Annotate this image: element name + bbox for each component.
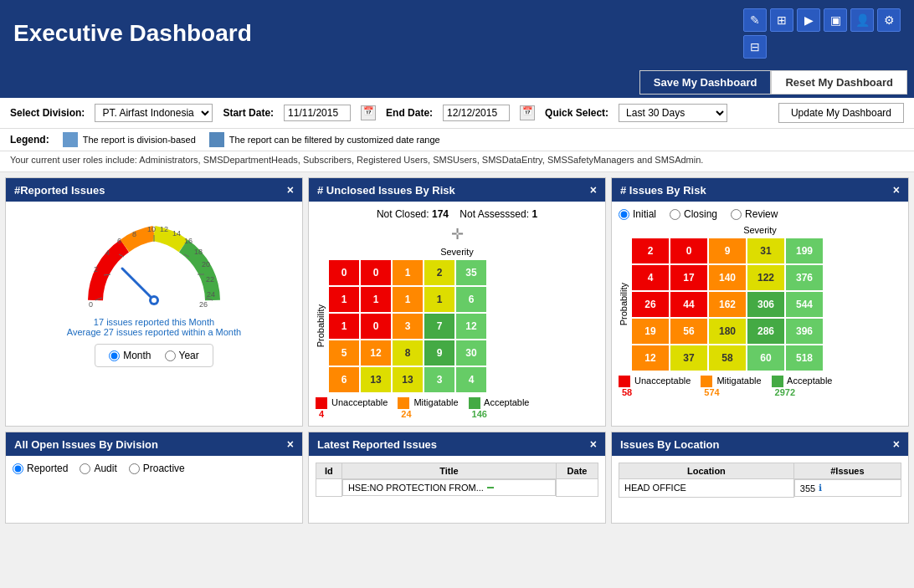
month-radio-label[interactable]: Month (109, 350, 151, 361)
start-date-icon[interactable]: 📅 (361, 105, 376, 120)
start-date-input[interactable] (284, 105, 351, 121)
matrix-cell: 180 (709, 319, 746, 344)
matrix-cell: 1 (329, 314, 359, 339)
audit-radio-label[interactable]: Audit (80, 463, 116, 474)
svg-text:26: 26 (199, 300, 208, 309)
table-row: HSE:NO PROTECTION FROM... (316, 479, 598, 497)
issues-by-risk-close[interactable]: × (893, 183, 900, 197)
matrix-cell: 13 (393, 367, 423, 392)
acceptable-legend-risk: Acceptable 2972 (772, 376, 833, 397)
matrix-cell: 4 (632, 265, 669, 290)
info-icon[interactable]: ℹ (819, 483, 822, 493)
gauge-container: 0 2 4 6 8 10 12 14 16 18 20 22 24 26 (13, 208, 295, 367)
svg-text:24: 24 (207, 290, 215, 299)
quick-select-dropdown[interactable]: Last 30 Days (619, 104, 727, 122)
latest-reported-table: Id Title Date HSE:NO PROTECTION FROM... (316, 463, 598, 497)
svg-text:2: 2 (94, 265, 98, 274)
proactive-radio[interactable] (129, 463, 140, 474)
reported-issues-header: #Reported Issues × (6, 178, 302, 202)
matrix-cell: 122 (747, 265, 784, 290)
play-icon[interactable]: ▶ (797, 8, 820, 32)
risk-legend-row: Unacceptable 58 Mitigatable 574 Acceptab… (619, 376, 901, 397)
legend-label: Legend: (10, 134, 49, 146)
list-icon[interactable]: ⊟ (743, 35, 767, 59)
year-radio[interactable] (165, 350, 176, 361)
severity-label-risk: Severity (619, 225, 901, 235)
issues-by-risk-widget: # Issues By Risk × Initial Closing Revie… (611, 177, 909, 427)
open-issues-division-title: All Open Issues By Division (14, 438, 158, 451)
gear-icon[interactable]: ⚙ (877, 8, 901, 32)
header-icons-row1: ✎ ⊞ ▶ ▣ 👤 ⚙ (743, 8, 901, 32)
latest-reported-close[interactable]: × (590, 437, 597, 451)
matrix-cell: 56 (670, 319, 707, 344)
unclosed-legend-row: Unacceptable 4 Mitigatable 24 Acceptable… (316, 397, 598, 419)
grid-icon[interactable]: ⊞ (770, 8, 793, 32)
matrix-issues: 2 0 9 31 199 4 17 140 122 376 26 44 162 … (632, 238, 823, 371)
matrix-cell: 2 (632, 238, 669, 263)
month-radio[interactable] (109, 350, 120, 361)
year-radio-label[interactable]: Year (165, 350, 199, 361)
review-radio-label[interactable]: Review (731, 208, 778, 220)
end-date-icon[interactable]: 📅 (520, 105, 535, 120)
matrix-cell: 1 (361, 287, 391, 312)
matrix-cell: 19 (632, 319, 669, 344)
reported-issues-title: #Reported Issues (14, 184, 105, 197)
matrix-cell: 60 (747, 345, 784, 371)
acceptable-color (469, 397, 480, 409)
location-table: Location #Issues HEAD OFFICE 355 ℹ (619, 463, 901, 498)
issues-by-location-close[interactable]: × (893, 437, 900, 451)
controls-bar: Select Division: PT. Airfast Indonesia S… (0, 98, 914, 129)
col-issues-count: #Issues (793, 463, 901, 479)
issues-by-location-body: Location #Issues HEAD OFFICE 355 ℹ (612, 456, 908, 504)
user-icon[interactable]: 👤 (850, 8, 874, 32)
save-dashboard-button[interactable]: Save My Dashboard (639, 70, 772, 95)
matrix-cell: 31 (747, 238, 784, 263)
division-label: Select Division: (10, 107, 85, 119)
open-issues-division-close[interactable]: × (287, 437, 294, 451)
matrix-cell: 12 (632, 345, 669, 371)
unclosed-issues-close[interactable]: × (590, 183, 597, 197)
matrix-cell: 199 (786, 238, 823, 263)
open-issues-division-body: Reported Audit Proactive (6, 456, 302, 523)
reported-issues-close[interactable]: × (287, 183, 294, 197)
matrix-cell: 162 (709, 292, 746, 317)
matrix-cell: 518 (786, 345, 823, 371)
header: Executive Dashboard ✎ ⊞ ▶ ▣ 👤 ⚙ ⊟ (0, 0, 914, 67)
probability-label-risk: Probability (619, 283, 629, 325)
issues-by-location-title: Issues By Location (620, 438, 719, 451)
end-date-input[interactable] (443, 105, 510, 121)
risk-matrix-issues: Probability 2 0 9 31 199 4 17 140 122 37… (619, 238, 901, 371)
matrix-cell: 0 (361, 314, 391, 339)
svg-text:18: 18 (194, 248, 203, 256)
edit-icon[interactable]: ✎ (743, 8, 767, 32)
svg-text:4: 4 (105, 248, 110, 257)
risk-stats: Not Closed: 174 Not Assesssed: 1 (316, 208, 598, 220)
page-title: Executive Dashboard (13, 20, 252, 47)
header-icons-row2: ⊟ (743, 35, 901, 59)
filter-icon (209, 132, 224, 147)
review-radio[interactable] (731, 209, 742, 220)
latest-reported-title: Latest Reported Issues (317, 438, 437, 451)
closing-radio[interactable] (670, 209, 680, 220)
svg-text:0: 0 (89, 300, 93, 309)
initial-radio[interactable] (619, 209, 629, 220)
initial-radio-label[interactable]: Initial (619, 208, 656, 220)
reported-radio-label[interactable]: Reported (13, 463, 68, 474)
reported-radio[interactable] (13, 463, 23, 474)
table-icon[interactable]: ▣ (824, 8, 847, 32)
matrix-cell: 44 (670, 292, 707, 317)
audit-radio[interactable] (80, 463, 90, 474)
division-select[interactable]: PT. Airfast Indonesia (95, 104, 213, 122)
proactive-radio-label[interactable]: Proactive (129, 463, 185, 474)
latest-reported-header: Latest Reported Issues × (309, 432, 605, 456)
matrix-cell: 30 (456, 340, 486, 366)
matrix-cell: 17 (670, 265, 707, 290)
matrix-cell: 3 (424, 367, 454, 392)
svg-text:8: 8 (132, 230, 136, 238)
reset-dashboard-button[interactable]: Reset My Dashboard (771, 70, 907, 95)
issues-by-location-header: Issues By Location × (612, 432, 908, 456)
dashboard-actions: Save My Dashboard Reset My Dashboard (0, 67, 914, 98)
col-location: Location (619, 463, 794, 479)
update-dashboard-button[interactable]: Update My Dashboard (778, 103, 904, 123)
closing-radio-label[interactable]: Closing (670, 208, 717, 220)
